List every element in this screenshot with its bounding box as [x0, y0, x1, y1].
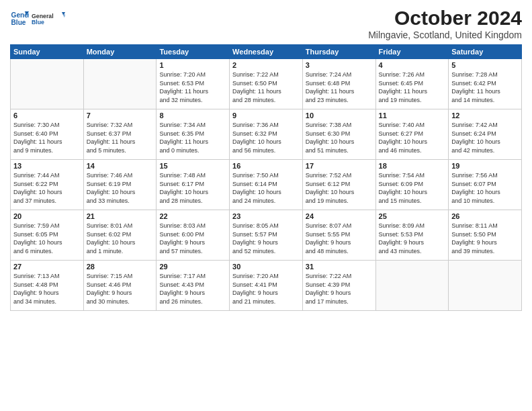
day-info: Sunrise: 8:05 AM Sunset: 5:57 PM Dayligh…: [232, 222, 300, 255]
day-info: Sunrise: 7:52 AM Sunset: 6:12 PM Dayligh…: [306, 171, 373, 205]
day-info: Sunrise: 8:09 AM Sunset: 5:53 PM Dayligh…: [379, 222, 446, 255]
day-number: 31: [306, 263, 373, 271]
day-number: 11: [379, 111, 446, 120]
svg-marker-7: [62, 14, 65, 17]
day-number: 10: [306, 111, 373, 120]
day-info: Sunrise: 7:22 AM Sunset: 4:39 PM Dayligh…: [306, 272, 373, 306]
day-info: Sunrise: 7:32 AM Sunset: 6:37 PM Dayligh…: [87, 121, 154, 154]
day-number: 7: [87, 111, 154, 120]
day-cell: 26Sunrise: 8:11 AM Sunset: 5:50 PM Dayli…: [449, 210, 522, 261]
week-row-5: 27Sunrise: 7:13 AM Sunset: 4:48 PM Dayli…: [11, 261, 522, 311]
day-cell: 9Sunrise: 7:36 AM Sunset: 6:32 PM Daylig…: [230, 109, 303, 160]
week-row-2: 6Sunrise: 7:30 AM Sunset: 6:40 PM Daylig…: [11, 109, 522, 160]
day-cell: 18Sunrise: 7:54 AM Sunset: 6:09 PM Dayli…: [375, 160, 449, 210]
day-info: Sunrise: 8:07 AM Sunset: 5:55 PM Dayligh…: [306, 222, 373, 255]
day-info: Sunrise: 8:03 AM Sunset: 6:00 PM Dayligh…: [159, 222, 226, 255]
day-info: Sunrise: 7:17 AM Sunset: 4:43 PM Dayligh…: [159, 272, 226, 306]
day-cell: 6Sunrise: 7:30 AM Sunset: 6:40 PM Daylig…: [11, 109, 84, 160]
day-number: 17: [306, 162, 373, 170]
day-cell: 29Sunrise: 7:17 AM Sunset: 4:43 PM Dayli…: [157, 261, 230, 311]
day-number: 23: [232, 212, 300, 220]
day-number: 28: [87, 263, 154, 271]
day-cell: 11Sunrise: 7:40 AM Sunset: 6:27 PM Dayli…: [375, 109, 449, 160]
day-info: Sunrise: 7:38 AM Sunset: 6:30 PM Dayligh…: [306, 121, 373, 154]
day-info: Sunrise: 8:11 AM Sunset: 5:50 PM Dayligh…: [451, 222, 519, 255]
day-cell: 1Sunrise: 7:20 AM Sunset: 6:53 PM Daylig…: [157, 59, 230, 109]
svg-text:Blue: Blue: [32, 19, 44, 26]
day-info: Sunrise: 7:28 AM Sunset: 6:42 PM Dayligh…: [451, 71, 519, 104]
day-number: 25: [379, 212, 446, 220]
title-block: October 2024 Milngavie, Scotland, United…: [368, 7, 522, 40]
day-number: 6: [13, 111, 81, 120]
day-info: Sunrise: 7:22 AM Sunset: 6:50 PM Dayligh…: [232, 71, 300, 104]
day-cell: 28Sunrise: 7:15 AM Sunset: 4:46 PM Dayli…: [83, 261, 157, 311]
day-info: Sunrise: 7:59 AM Sunset: 6:05 PM Dayligh…: [13, 222, 81, 255]
day-info: Sunrise: 7:56 AM Sunset: 6:07 PM Dayligh…: [451, 171, 519, 205]
col-monday: Monday: [83, 45, 157, 59]
day-cell: 4Sunrise: 7:26 AM Sunset: 6:45 PM Daylig…: [375, 59, 449, 109]
day-number: 15: [159, 162, 226, 170]
day-info: Sunrise: 7:36 AM Sunset: 6:32 PM Dayligh…: [232, 121, 300, 154]
day-number: 30: [232, 263, 300, 271]
day-cell: 24Sunrise: 8:07 AM Sunset: 5:55 PM Dayli…: [302, 210, 375, 261]
day-number: 13: [13, 162, 81, 170]
day-cell: 22Sunrise: 8:03 AM Sunset: 6:00 PM Dayli…: [157, 210, 230, 261]
day-number: 5: [451, 61, 519, 69]
day-cell: 13Sunrise: 7:44 AM Sunset: 6:22 PM Dayli…: [11, 160, 84, 210]
day-info: Sunrise: 7:48 AM Sunset: 6:17 PM Dayligh…: [159, 171, 226, 205]
day-number: 14: [87, 162, 154, 170]
day-number: 2: [232, 61, 300, 69]
day-number: 24: [306, 212, 373, 220]
day-cell: 25Sunrise: 8:09 AM Sunset: 5:53 PM Dayli…: [375, 210, 449, 261]
day-info: Sunrise: 7:30 AM Sunset: 6:40 PM Dayligh…: [13, 121, 81, 154]
day-info: Sunrise: 7:46 AM Sunset: 6:19 PM Dayligh…: [87, 171, 154, 205]
col-sunday: Sunday: [11, 45, 84, 59]
day-cell: 14Sunrise: 7:46 AM Sunset: 6:19 PM Dayli…: [83, 160, 157, 210]
day-cell: 16Sunrise: 7:50 AM Sunset: 6:14 PM Dayli…: [230, 160, 303, 210]
calendar-table: Sunday Monday Tuesday Wednesday Thursday…: [10, 44, 522, 311]
svg-text:Blue: Blue: [11, 19, 26, 26]
day-number: 16: [232, 162, 300, 170]
day-info: Sunrise: 7:40 AM Sunset: 6:27 PM Dayligh…: [379, 121, 446, 154]
day-cell: [449, 261, 522, 311]
header: General Blue General Blue October 2024 M…: [10, 7, 522, 40]
day-info: Sunrise: 8:01 AM Sunset: 6:02 PM Dayligh…: [87, 222, 154, 255]
day-cell: 23Sunrise: 8:05 AM Sunset: 5:57 PM Dayli…: [230, 210, 303, 261]
day-cell: 21Sunrise: 8:01 AM Sunset: 6:02 PM Dayli…: [83, 210, 157, 261]
day-cell: 12Sunrise: 7:42 AM Sunset: 6:24 PM Dayli…: [449, 109, 522, 160]
day-number: 27: [13, 263, 81, 271]
day-info: Sunrise: 7:42 AM Sunset: 6:24 PM Dayligh…: [451, 121, 519, 154]
day-info: Sunrise: 7:15 AM Sunset: 4:46 PM Dayligh…: [87, 272, 154, 306]
day-info: Sunrise: 7:24 AM Sunset: 6:48 PM Dayligh…: [306, 71, 373, 104]
day-cell: 3Sunrise: 7:24 AM Sunset: 6:48 PM Daylig…: [302, 59, 375, 109]
calendar-subtitle: Milngavie, Scotland, United Kingdom: [368, 30, 522, 40]
day-info: Sunrise: 7:50 AM Sunset: 6:14 PM Dayligh…: [232, 171, 300, 205]
col-friday: Friday: [375, 45, 449, 59]
day-number: 19: [451, 162, 519, 170]
day-number: 12: [451, 111, 519, 120]
day-number: 20: [13, 212, 81, 220]
col-wednesday: Wednesday: [230, 45, 303, 59]
day-number: 29: [159, 263, 226, 271]
day-number: 21: [87, 212, 154, 220]
day-cell: 15Sunrise: 7:48 AM Sunset: 6:17 PM Dayli…: [157, 160, 230, 210]
day-info: Sunrise: 7:54 AM Sunset: 6:09 PM Dayligh…: [379, 171, 446, 205]
col-saturday: Saturday: [449, 45, 522, 59]
day-cell: 8Sunrise: 7:34 AM Sunset: 6:35 PM Daylig…: [157, 109, 230, 160]
day-cell: 30Sunrise: 7:20 AM Sunset: 4:41 PM Dayli…: [230, 261, 303, 311]
day-number: 22: [159, 212, 226, 220]
day-cell: [83, 59, 157, 109]
day-number: 9: [232, 111, 300, 120]
day-number: 3: [306, 61, 373, 69]
calendar-page: General Blue General Blue October 2024 M…: [0, 0, 532, 411]
day-info: Sunrise: 7:20 AM Sunset: 4:41 PM Dayligh…: [232, 272, 300, 306]
day-info: Sunrise: 7:34 AM Sunset: 6:35 PM Dayligh…: [159, 121, 226, 154]
day-cell: 31Sunrise: 7:22 AM Sunset: 4:39 PM Dayli…: [302, 261, 375, 311]
day-cell: 27Sunrise: 7:13 AM Sunset: 4:48 PM Dayli…: [11, 261, 84, 311]
day-cell: 5Sunrise: 7:28 AM Sunset: 6:42 PM Daylig…: [449, 59, 522, 109]
logo-icon: General Blue: [10, 9, 29, 28]
header-row: Sunday Monday Tuesday Wednesday Thursday…: [11, 45, 522, 59]
logo: General Blue General Blue: [10, 7, 65, 31]
day-cell: 20Sunrise: 7:59 AM Sunset: 6:05 PM Dayli…: [11, 210, 84, 261]
week-row-3: 13Sunrise: 7:44 AM Sunset: 6:22 PM Dayli…: [11, 160, 522, 210]
